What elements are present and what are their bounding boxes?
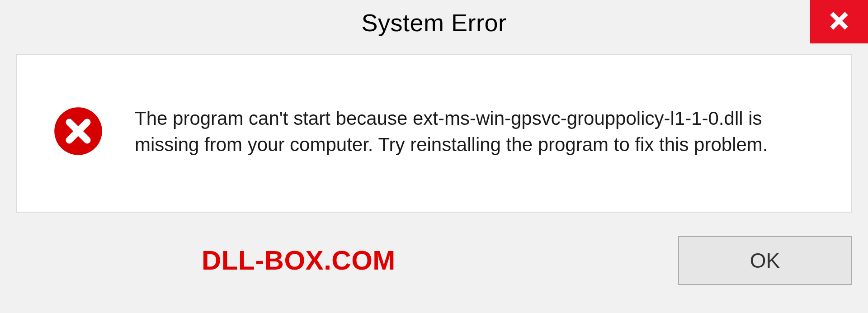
dialog-title: System Error	[361, 9, 506, 37]
ok-button[interactable]: OK	[678, 236, 852, 285]
error-message: The program can't start because ext-ms-w…	[135, 105, 824, 158]
brand-watermark: DLL-BOX.COM	[202, 245, 396, 276]
error-icon	[53, 106, 103, 156]
dialog-content: The program can't start because ext-ms-w…	[16, 54, 852, 213]
dialog-header: System Error	[0, 0, 868, 45]
dialog-footer: DLL-BOX.COM OK	[0, 216, 868, 313]
close-button[interactable]	[810, 0, 868, 43]
close-icon	[826, 8, 852, 35]
